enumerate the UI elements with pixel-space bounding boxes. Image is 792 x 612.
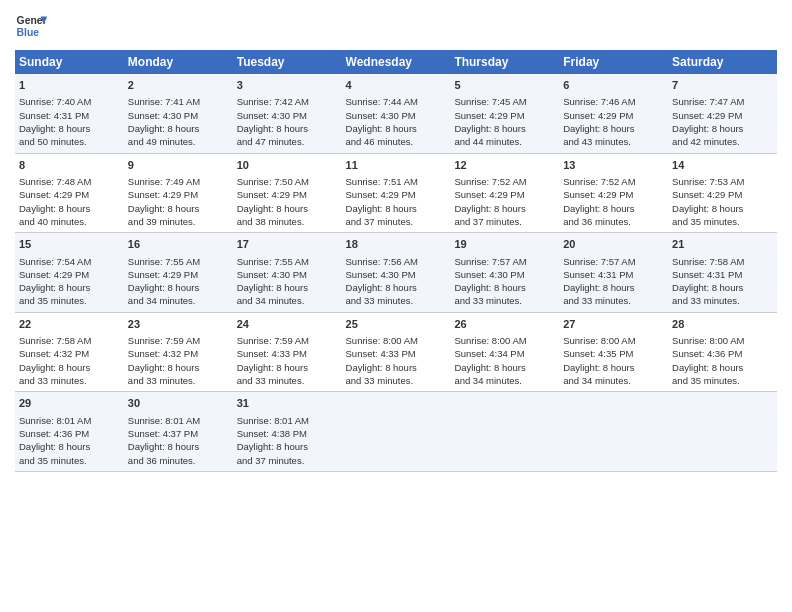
sunset-text: Sunset: 4:32 PM [128,348,198,359]
day-number: 20 [563,237,664,252]
daylight-text: Daylight: 8 hoursand 33 minutes. [128,362,199,386]
sunset-text: Sunset: 4:36 PM [19,428,89,439]
calendar-cell: 26Sunrise: 8:00 AMSunset: 4:34 PMDayligh… [450,312,559,392]
col-saturday: Saturday [668,50,777,74]
calendar-cell: 2Sunrise: 7:41 AMSunset: 4:30 PMDaylight… [124,74,233,153]
page-container: General Blue Sunday Monday Tuesday Wedne… [0,0,792,482]
sunrise-text: Sunrise: 7:47 AM [672,96,744,107]
day-number: 16 [128,237,229,252]
calendar-cell: 9Sunrise: 7:49 AMSunset: 4:29 PMDaylight… [124,153,233,233]
day-number: 10 [237,158,338,173]
calendar-cell: 31Sunrise: 8:01 AMSunset: 4:38 PMDayligh… [233,392,342,472]
sunset-text: Sunset: 4:30 PM [346,110,416,121]
daylight-text: Daylight: 8 hoursand 35 minutes. [672,362,743,386]
calendar-cell: 17Sunrise: 7:55 AMSunset: 4:30 PMDayligh… [233,233,342,313]
sunset-text: Sunset: 4:31 PM [19,110,89,121]
daylight-text: Daylight: 8 hoursand 46 minutes. [346,123,417,147]
daylight-text: Daylight: 8 hoursand 36 minutes. [128,441,199,465]
sunrise-text: Sunrise: 7:53 AM [672,176,744,187]
sunrise-text: Sunrise: 8:01 AM [19,415,91,426]
daylight-text: Daylight: 8 hoursand 33 minutes. [454,282,525,306]
calendar-cell: 27Sunrise: 8:00 AMSunset: 4:35 PMDayligh… [559,312,668,392]
sunset-text: Sunset: 4:30 PM [237,269,307,280]
calendar-cell: 28Sunrise: 8:00 AMSunset: 4:36 PMDayligh… [668,312,777,392]
sunrise-text: Sunrise: 8:00 AM [672,335,744,346]
calendar-week-4: 22Sunrise: 7:58 AMSunset: 4:32 PMDayligh… [15,312,777,392]
sunset-text: Sunset: 4:29 PM [346,189,416,200]
sunset-text: Sunset: 4:33 PM [346,348,416,359]
calendar-cell: 8Sunrise: 7:48 AMSunset: 4:29 PMDaylight… [15,153,124,233]
day-number: 11 [346,158,447,173]
calendar-cell: 11Sunrise: 7:51 AMSunset: 4:29 PMDayligh… [342,153,451,233]
calendar-cell: 14Sunrise: 7:53 AMSunset: 4:29 PMDayligh… [668,153,777,233]
calendar-cell: 21Sunrise: 7:58 AMSunset: 4:31 PMDayligh… [668,233,777,313]
daylight-text: Daylight: 8 hoursand 37 minutes. [454,203,525,227]
calendar-cell [450,392,559,472]
day-number: 31 [237,396,338,411]
col-tuesday: Tuesday [233,50,342,74]
sunset-text: Sunset: 4:36 PM [672,348,742,359]
day-number: 25 [346,317,447,332]
daylight-text: Daylight: 8 hoursand 42 minutes. [672,123,743,147]
header-row: Sunday Monday Tuesday Wednesday Thursday… [15,50,777,74]
calendar-cell: 16Sunrise: 7:55 AMSunset: 4:29 PMDayligh… [124,233,233,313]
calendar-cell: 3Sunrise: 7:42 AMSunset: 4:30 PMDaylight… [233,74,342,153]
col-friday: Friday [559,50,668,74]
sunrise-text: Sunrise: 7:51 AM [346,176,418,187]
sunrise-text: Sunrise: 7:50 AM [237,176,309,187]
sunrise-text: Sunrise: 7:42 AM [237,96,309,107]
calendar-cell: 4Sunrise: 7:44 AMSunset: 4:30 PMDaylight… [342,74,451,153]
calendar-cell: 29Sunrise: 8:01 AMSunset: 4:36 PMDayligh… [15,392,124,472]
sunrise-text: Sunrise: 7:48 AM [19,176,91,187]
sunrise-text: Sunrise: 8:00 AM [454,335,526,346]
daylight-text: Daylight: 8 hoursand 34 minutes. [454,362,525,386]
calendar-week-3: 15Sunrise: 7:54 AMSunset: 4:29 PMDayligh… [15,233,777,313]
day-number: 13 [563,158,664,173]
col-thursday: Thursday [450,50,559,74]
calendar-cell: 10Sunrise: 7:50 AMSunset: 4:29 PMDayligh… [233,153,342,233]
sunrise-text: Sunrise: 7:41 AM [128,96,200,107]
day-number: 1 [19,78,120,93]
daylight-text: Daylight: 8 hoursand 37 minutes. [237,441,308,465]
daylight-text: Daylight: 8 hoursand 35 minutes. [19,282,90,306]
sunrise-text: Sunrise: 7:44 AM [346,96,418,107]
sunrise-text: Sunrise: 7:55 AM [237,256,309,267]
sunset-text: Sunset: 4:30 PM [346,269,416,280]
sunrise-text: Sunrise: 8:01 AM [128,415,200,426]
sunrise-text: Sunrise: 7:52 AM [454,176,526,187]
day-number: 2 [128,78,229,93]
day-number: 8 [19,158,120,173]
calendar-table: Sunday Monday Tuesday Wednesday Thursday… [15,50,777,472]
daylight-text: Daylight: 8 hoursand 33 minutes. [237,362,308,386]
calendar-cell: 22Sunrise: 7:58 AMSunset: 4:32 PMDayligh… [15,312,124,392]
day-number: 29 [19,396,120,411]
sunrise-text: Sunrise: 7:46 AM [563,96,635,107]
calendar-cell: 15Sunrise: 7:54 AMSunset: 4:29 PMDayligh… [15,233,124,313]
sunset-text: Sunset: 4:33 PM [237,348,307,359]
day-number: 4 [346,78,447,93]
day-number: 22 [19,317,120,332]
day-number: 24 [237,317,338,332]
calendar-cell: 24Sunrise: 7:59 AMSunset: 4:33 PMDayligh… [233,312,342,392]
calendar-cell: 18Sunrise: 7:56 AMSunset: 4:30 PMDayligh… [342,233,451,313]
sunrise-text: Sunrise: 7:52 AM [563,176,635,187]
daylight-text: Daylight: 8 hoursand 43 minutes. [563,123,634,147]
day-number: 21 [672,237,773,252]
sunset-text: Sunset: 4:29 PM [128,189,198,200]
day-number: 9 [128,158,229,173]
sunrise-text: Sunrise: 7:45 AM [454,96,526,107]
sunset-text: Sunset: 4:29 PM [454,110,524,121]
col-wednesday: Wednesday [342,50,451,74]
day-number: 26 [454,317,555,332]
calendar-cell [559,392,668,472]
sunrise-text: Sunrise: 7:55 AM [128,256,200,267]
sunset-text: Sunset: 4:31 PM [672,269,742,280]
sunrise-text: Sunrise: 7:58 AM [672,256,744,267]
daylight-text: Daylight: 8 hoursand 47 minutes. [237,123,308,147]
daylight-text: Daylight: 8 hoursand 33 minutes. [19,362,90,386]
svg-text:Blue: Blue [17,27,40,38]
daylight-text: Daylight: 8 hoursand 34 minutes. [237,282,308,306]
calendar-cell: 5Sunrise: 7:45 AMSunset: 4:29 PMDaylight… [450,74,559,153]
day-number: 27 [563,317,664,332]
calendar-week-2: 8Sunrise: 7:48 AMSunset: 4:29 PMDaylight… [15,153,777,233]
